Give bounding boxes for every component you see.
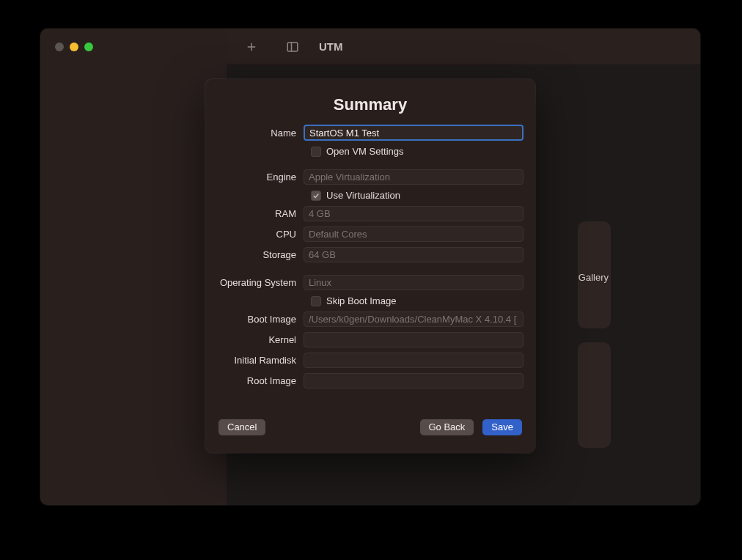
go-back-button[interactable]: Go Back	[420, 419, 474, 435]
row-skip-boot-image: Skip Boot Image	[217, 295, 524, 306]
row-os: Operating System	[217, 275, 524, 290]
boot-image-field	[304, 312, 524, 327]
close-window-button[interactable]	[55, 43, 64, 51]
gallery-label: Gallery	[578, 272, 609, 283]
sheet-footer: Cancel Go Back Save	[205, 410, 535, 453]
use-virtualization-checkbox[interactable]	[311, 191, 321, 201]
row-boot-image: Boot Image	[217, 312, 524, 327]
open-vm-settings-checkbox[interactable]	[311, 147, 321, 157]
label-engine: Engine	[217, 172, 304, 183]
os-field	[304, 275, 524, 290]
cancel-button[interactable]: Cancel	[218, 419, 265, 435]
ram-field	[304, 206, 524, 221]
maximize-window-button[interactable]	[84, 43, 93, 51]
row-cpu: CPU	[217, 226, 524, 242]
minimize-window-button[interactable]	[70, 43, 78, 51]
storage-field	[304, 247, 524, 262]
skip-boot-image-label: Skip Boot Image	[326, 295, 396, 306]
row-ramdisk: Initial Ramdisk	[217, 353, 524, 368]
skip-boot-image-checkbox[interactable]	[311, 296, 321, 306]
add-button[interactable]	[240, 38, 263, 56]
name-field[interactable]	[304, 125, 524, 141]
sidebar	[40, 29, 227, 505]
label-ramdisk: Initial Ramdisk	[217, 355, 304, 366]
sheet-title: Summary	[205, 79, 535, 125]
label-name: Name	[217, 128, 304, 139]
save-button[interactable]: Save	[482, 419, 522, 435]
kernel-field	[304, 332, 524, 347]
row-ram: RAM	[217, 206, 524, 221]
gallery-card[interactable]	[578, 342, 611, 448]
toolbar: UTM	[227, 29, 700, 65]
label-root-image: Root Image	[217, 375, 304, 386]
row-open-vm-settings: Open VM Settings	[217, 146, 524, 157]
label-storage: Storage	[217, 249, 304, 260]
root-image-field	[304, 373, 524, 388]
label-boot-image: Boot Image	[217, 314, 304, 325]
open-vm-settings-label: Open VM Settings	[326, 146, 404, 157]
ramdisk-field	[304, 353, 524, 368]
row-engine: Engine	[217, 169, 524, 185]
label-kernel: Kernel	[217, 334, 304, 345]
row-use-virtualization: Use Virtualization	[217, 190, 524, 201]
row-storage: Storage	[217, 247, 524, 262]
row-kernel: Kernel	[217, 332, 524, 347]
row-root-image: Root Image	[217, 373, 524, 388]
label-os: Operating System	[217, 277, 304, 288]
use-virtualization-label: Use Virtualization	[326, 190, 400, 201]
label-cpu: CPU	[217, 229, 304, 240]
row-name: Name	[217, 125, 524, 141]
summary-sheet: Summary Name Open VM Settings Engine Use…	[205, 79, 535, 453]
svg-rect-2	[287, 43, 298, 51]
cpu-field	[304, 226, 524, 242]
label-ram: RAM	[217, 208, 304, 219]
traffic-lights	[40, 29, 227, 51]
engine-field	[304, 169, 524, 185]
sidebar-toggle-icon[interactable]	[281, 38, 304, 56]
toolbar-title: UTM	[319, 40, 343, 53]
sheet-body: Name Open VM Settings Engine Use Virtual…	[205, 125, 535, 410]
